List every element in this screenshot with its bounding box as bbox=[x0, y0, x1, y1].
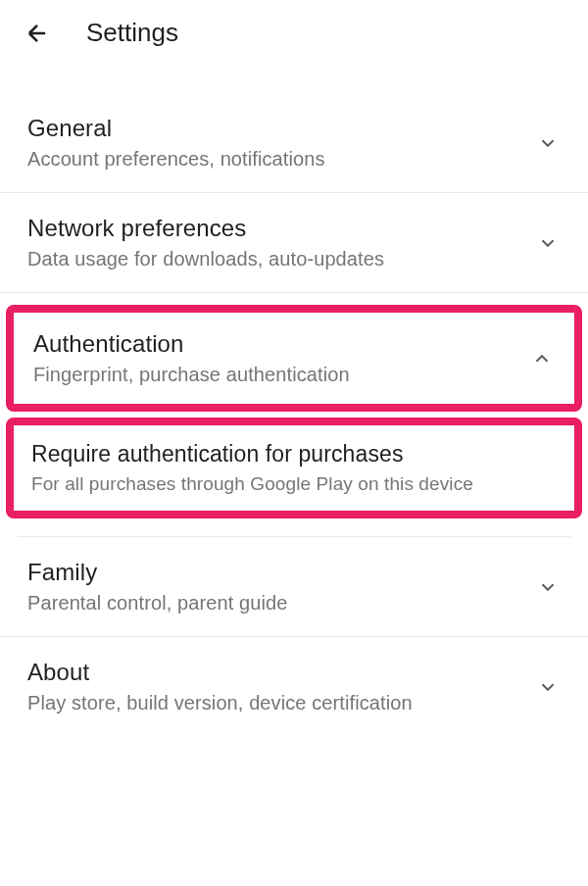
section-title: Require authentication for purchases bbox=[31, 441, 557, 468]
chevron-down-icon bbox=[535, 230, 561, 256]
section-subtitle: For all purchases through Google Play on… bbox=[31, 473, 557, 495]
section-title: Network preferences bbox=[27, 215, 523, 242]
page-title: Settings bbox=[86, 18, 178, 48]
section-require-auth[interactable]: Require authentication for purchases For… bbox=[14, 425, 574, 511]
section-general[interactable]: General Account preferences, notificatio… bbox=[0, 66, 588, 193]
chevron-down-icon bbox=[535, 674, 561, 700]
section-text: About Play store, build version, device … bbox=[27, 659, 523, 714]
chevron-down-icon bbox=[535, 130, 561, 156]
section-title: About bbox=[27, 659, 523, 686]
section-family[interactable]: Family Parental control, parent guide bbox=[0, 537, 588, 637]
section-subtitle: Parental control, parent guide bbox=[27, 592, 523, 615]
section-subtitle: Play store, build version, device certif… bbox=[27, 692, 523, 714]
chevron-down-icon bbox=[535, 574, 561, 600]
chevron-up-icon bbox=[529, 346, 555, 371]
section-network[interactable]: Network preferences Data usage for downl… bbox=[0, 193, 588, 293]
section-title: Family bbox=[27, 559, 523, 586]
settings-list: General Account preferences, notificatio… bbox=[0, 66, 588, 736]
back-arrow-icon[interactable] bbox=[24, 20, 51, 47]
highlight-authentication: Authentication Fingerprint, purchase aut… bbox=[6, 305, 582, 412]
section-text: Network preferences Data usage for downl… bbox=[27, 215, 523, 271]
section-subtitle: Account preferences, notifications bbox=[27, 148, 523, 171]
section-text: Family Parental control, parent guide bbox=[27, 559, 523, 615]
header: Settings bbox=[0, 0, 588, 66]
section-title: Authentication bbox=[33, 330, 517, 358]
section-title: General bbox=[27, 115, 523, 142]
section-text: Authentication Fingerprint, purchase aut… bbox=[33, 330, 517, 386]
section-subtitle: Fingerprint, purchase authentication bbox=[33, 364, 517, 386]
section-subtitle: Data usage for downloads, auto-updates bbox=[27, 248, 523, 271]
section-authentication[interactable]: Authentication Fingerprint, purchase aut… bbox=[14, 313, 574, 404]
highlight-require-auth: Require authentication for purchases For… bbox=[6, 418, 582, 518]
section-about[interactable]: About Play store, build version, device … bbox=[0, 637, 588, 736]
section-text: General Account preferences, notificatio… bbox=[27, 115, 523, 171]
section-text: Require authentication for purchases For… bbox=[31, 441, 557, 495]
